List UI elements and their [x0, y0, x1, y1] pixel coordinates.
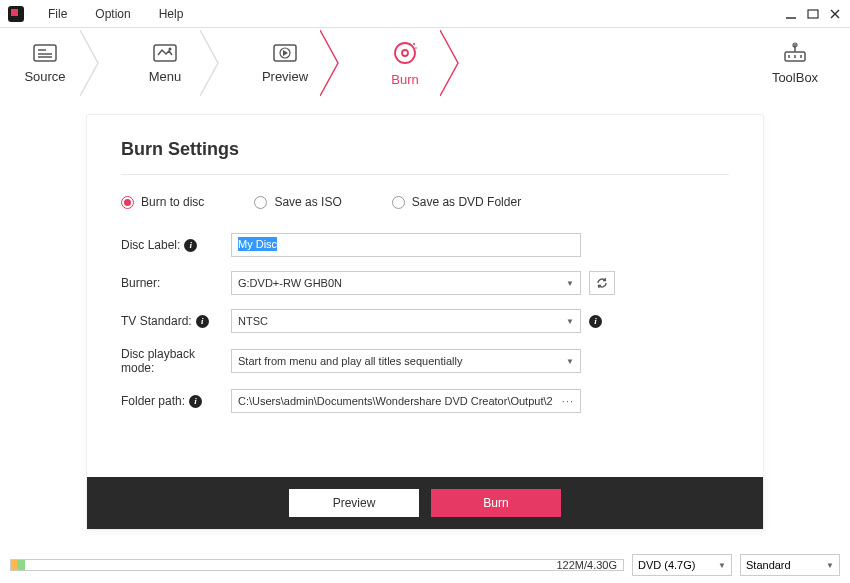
info-icon[interactable]: i — [184, 239, 197, 252]
svg-rect-4 — [34, 45, 56, 61]
burn-settings-panel: Burn Settings Burn to disc Save as ISO S… — [86, 114, 764, 530]
close-icon[interactable] — [828, 7, 842, 21]
tab-menu-label: Menu — [149, 69, 182, 84]
tab-preview-label: Preview — [262, 69, 308, 84]
svg-point-14 — [402, 50, 408, 56]
playback-mode-select[interactable]: Start from menu and play all titles sequ… — [231, 349, 581, 373]
chevron-down-icon: ▼ — [566, 357, 574, 366]
menu-file[interactable]: File — [34, 3, 81, 25]
tab-bar: Source Menu Preview Burn ToolBox — [0, 28, 850, 98]
svg-point-16 — [415, 47, 417, 49]
panel-title: Burn Settings — [121, 139, 729, 175]
tab-source[interactable]: Source — [0, 28, 90, 98]
info-icon[interactable]: i — [189, 395, 202, 408]
capacity-fill-2 — [17, 560, 25, 570]
tv-standard-label: TV Standard: i — [121, 314, 231, 328]
browse-button[interactable]: ··· — [562, 395, 574, 407]
svg-point-9 — [169, 47, 172, 50]
capacity-text: 122M/4.30G — [556, 559, 617, 571]
app-icon — [8, 6, 24, 22]
radio-label: Save as ISO — [274, 195, 341, 209]
radio-label: Save as DVD Folder — [412, 195, 521, 209]
disc-label-input[interactable]: My Disc — [231, 233, 581, 257]
status-bar: 122M/4.30G DVD (4.7G)▼ Standard▼ — [10, 553, 840, 577]
quality-select[interactable]: Standard▼ — [740, 554, 840, 576]
preview-button[interactable]: Preview — [289, 489, 419, 517]
toolbox-icon — [782, 42, 808, 64]
menu-help[interactable]: Help — [145, 3, 198, 25]
chevron-down-icon: ▼ — [566, 317, 574, 326]
chevron-down-icon: ▼ — [826, 561, 834, 570]
chevron-down-icon: ▼ — [566, 279, 574, 288]
folder-path-label: Folder path: i — [121, 394, 231, 408]
radio-label: Burn to disc — [141, 195, 204, 209]
playback-mode-label: Disc playback mode: — [121, 347, 231, 375]
window-controls — [784, 7, 842, 21]
refresh-button[interactable] — [589, 271, 615, 295]
svg-point-15 — [413, 43, 415, 45]
svg-point-13 — [395, 43, 415, 63]
source-icon — [32, 43, 58, 63]
radio-icon — [254, 196, 267, 209]
folder-path-field[interactable]: C:\Users\admin\Documents\Wondershare DVD… — [231, 389, 581, 413]
titlebar: File Option Help — [0, 0, 850, 28]
maximize-icon[interactable] — [806, 7, 820, 21]
svg-rect-1 — [808, 10, 818, 18]
radio-burn-to-disc[interactable]: Burn to disc — [121, 195, 204, 209]
info-icon[interactable]: i — [196, 315, 209, 328]
panel-footer: Preview Burn — [87, 477, 763, 529]
chevron-down-icon: ▼ — [718, 561, 726, 570]
info-icon[interactable]: i — [589, 315, 602, 328]
radio-icon — [121, 196, 134, 209]
svg-marker-12 — [283, 50, 288, 56]
burn-icon — [392, 40, 418, 66]
burn-button[interactable]: Burn — [431, 489, 561, 517]
tab-menu[interactable]: Menu — [120, 28, 210, 98]
burner-select[interactable]: G:DVD+-RW GHB0N▼ — [231, 271, 581, 295]
disc-type-select[interactable]: DVD (4.7G)▼ — [632, 554, 732, 576]
refresh-icon — [595, 276, 609, 290]
tab-preview[interactable]: Preview — [240, 28, 330, 98]
minimize-icon[interactable] — [784, 7, 798, 21]
tab-toolbox-label: ToolBox — [772, 70, 818, 85]
tab-burn-label: Burn — [391, 72, 418, 87]
preview-icon — [272, 43, 298, 63]
tab-toolbox[interactable]: ToolBox — [760, 42, 830, 85]
tab-source-label: Source — [24, 69, 65, 84]
radio-save-dvd-folder[interactable]: Save as DVD Folder — [392, 195, 521, 209]
menu-icon — [152, 43, 178, 63]
tab-burn[interactable]: Burn — [360, 28, 450, 98]
disc-label-label: Disc Label: i — [121, 238, 231, 252]
output-type-radio-group: Burn to disc Save as ISO Save as DVD Fol… — [121, 195, 729, 209]
menu-option[interactable]: Option — [81, 3, 144, 25]
radio-save-iso[interactable]: Save as ISO — [254, 195, 341, 209]
radio-icon — [392, 196, 405, 209]
tv-standard-select[interactable]: NTSC▼ — [231, 309, 581, 333]
capacity-bar: 122M/4.30G — [10, 559, 624, 571]
burner-label: Burner: — [121, 276, 231, 290]
